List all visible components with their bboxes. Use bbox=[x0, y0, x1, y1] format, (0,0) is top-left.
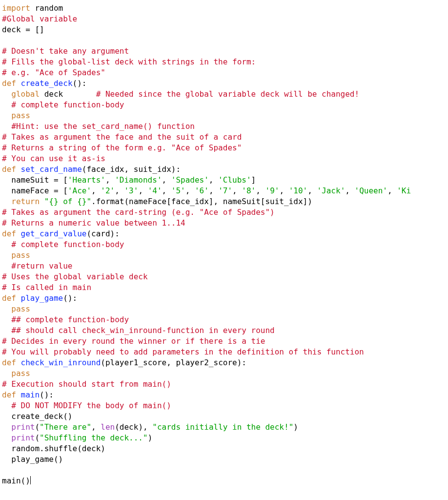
code-token: deck = [] bbox=[2, 25, 44, 34]
code-line[interactable]: # You can use it as-is bbox=[2, 154, 105, 163]
code-token: 'Ace' bbox=[68, 186, 91, 195]
code-token: pass bbox=[11, 304, 30, 313]
code-line[interactable]: # Returns a numeric value between 1..14 bbox=[2, 218, 185, 228]
code-line[interactable]: import random bbox=[2, 3, 63, 13]
code-line[interactable]: global deck # Needed since the global va… bbox=[2, 89, 359, 99]
code-token bbox=[2, 401, 11, 410]
code-token: , bbox=[105, 175, 115, 185]
code-line[interactable]: # Execution should start from main() bbox=[2, 379, 171, 389]
code-line[interactable]: print("There are", len(deck), "cards ini… bbox=[2, 422, 298, 432]
code-line[interactable]: deck = [] bbox=[2, 25, 44, 34]
code-token: nameSuit = [ bbox=[2, 175, 68, 185]
code-line[interactable]: main() bbox=[2, 476, 31, 485]
code-token: #return value bbox=[11, 261, 72, 271]
code-token bbox=[2, 100, 11, 109]
code-token: def bbox=[2, 79, 16, 88]
code-line[interactable]: return "{} of {}".format(nameFace[face_i… bbox=[2, 197, 312, 206]
code-token: , bbox=[115, 186, 124, 195]
code-token: , bbox=[232, 186, 242, 195]
code-token: def bbox=[2, 229, 16, 238]
code-line[interactable]: ## complete function-body bbox=[2, 315, 129, 324]
code-token: , bbox=[138, 186, 147, 195]
code-token: ] bbox=[251, 175, 256, 185]
code-token: pass bbox=[11, 250, 30, 260]
code-token: len bbox=[101, 422, 115, 432]
code-token: , bbox=[91, 422, 101, 432]
code-token: ( bbox=[35, 422, 40, 432]
code-token: nameFace = [ bbox=[2, 186, 68, 195]
code-editor[interactable]: import random #Global variable deck = []… bbox=[0, 0, 448, 489]
code-line[interactable]: # Is called in main bbox=[2, 283, 91, 292]
code-line[interactable]: def main(): bbox=[2, 390, 54, 399]
code-line[interactable]: #return value bbox=[2, 261, 73, 271]
code-token: # Returns a numeric value between 1..14 bbox=[2, 218, 185, 228]
code-token: , bbox=[387, 186, 397, 195]
code-line[interactable]: print("Shuffling the deck...") bbox=[2, 433, 152, 442]
code-line[interactable]: # Fills the global-list deck with string… bbox=[2, 57, 256, 66]
code-line[interactable]: # You will probably need to add paramete… bbox=[2, 347, 364, 356]
code-token: random bbox=[30, 3, 63, 13]
code-token bbox=[2, 89, 11, 99]
code-line[interactable]: # Takes as argument the face and the sui… bbox=[2, 132, 242, 142]
code-token: check_win_inround bbox=[21, 358, 101, 367]
code-line[interactable]: def create_deck(): bbox=[2, 79, 86, 88]
code-token bbox=[2, 122, 11, 131]
code-token bbox=[2, 369, 11, 378]
code-token: # Takes as argument the card-string (e.g… bbox=[2, 208, 275, 217]
code-token: (): bbox=[73, 79, 87, 88]
code-token: "{} of {}" bbox=[44, 197, 91, 206]
code-token: import bbox=[2, 3, 30, 13]
code-line[interactable]: def play_game(): bbox=[2, 293, 77, 303]
code-token: # You will probably need to add paramete… bbox=[2, 347, 364, 356]
code-line[interactable]: # Uses the global variable deck bbox=[2, 272, 148, 281]
code-line[interactable]: #Global variable bbox=[2, 14, 77, 23]
code-token: play_game() bbox=[2, 455, 63, 464]
code-token bbox=[2, 326, 11, 335]
code-line[interactable]: random.shuffle(deck) bbox=[2, 444, 105, 453]
code-token: # You can use it as-is bbox=[2, 154, 105, 163]
code-line[interactable]: # Returns a string of the form e.g. "Ace… bbox=[2, 143, 242, 152]
code-token: ( bbox=[35, 433, 40, 442]
code-token: '8' bbox=[242, 186, 256, 195]
code-token bbox=[16, 165, 21, 174]
code-token: , bbox=[307, 186, 317, 195]
code-token: (): bbox=[63, 293, 77, 303]
code-line[interactable]: # complete function-body bbox=[2, 100, 124, 109]
code-line[interactable]: create_deck() bbox=[2, 412, 73, 421]
code-line[interactable]: pass bbox=[2, 369, 30, 378]
code-token: def bbox=[2, 358, 16, 367]
code-token: '5' bbox=[171, 186, 185, 195]
code-token: get_card_value bbox=[21, 229, 87, 238]
code-token: create_deck() bbox=[2, 412, 73, 421]
code-token: , bbox=[209, 186, 218, 195]
code-token bbox=[16, 358, 21, 367]
code-line[interactable]: # Takes as argument the card-string (e.g… bbox=[2, 208, 275, 217]
code-token bbox=[2, 240, 11, 249]
code-line[interactable]: ## should call check_win_inround-functio… bbox=[2, 326, 275, 335]
code-line[interactable]: # e.g. "Ace of Spades" bbox=[2, 68, 105, 77]
code-token: # DO NOT MODIFY the body of main() bbox=[11, 401, 171, 410]
code-line[interactable]: # Decides in every round the winner or i… bbox=[2, 336, 265, 346]
code-token: (face_idx, suit_idx): bbox=[82, 165, 181, 174]
code-line[interactable]: # Doesn't take any argument bbox=[2, 46, 129, 56]
code-token bbox=[2, 304, 11, 313]
code-line[interactable]: def set_card_name(face_idx, suit_idx): bbox=[2, 165, 181, 174]
code-line[interactable]: pass bbox=[2, 304, 30, 313]
code-line[interactable]: pass bbox=[2, 250, 30, 260]
code-line[interactable]: play_game() bbox=[2, 455, 63, 464]
code-line[interactable]: # complete function-body bbox=[2, 240, 124, 249]
code-line[interactable]: #Hint: use the set_card_name() function bbox=[2, 122, 195, 131]
code-token: # Is called in main bbox=[2, 283, 91, 292]
code-token: 'Diamonds' bbox=[115, 175, 162, 185]
code-token: main bbox=[21, 390, 40, 399]
code-token: ) bbox=[148, 433, 153, 442]
code-line[interactable]: def get_card_value(card): bbox=[2, 229, 120, 238]
code-line[interactable]: nameSuit = ['Hearts', 'Diamonds', 'Spade… bbox=[2, 175, 256, 185]
code-line[interactable]: # DO NOT MODIFY the body of main() bbox=[2, 401, 171, 410]
code-token bbox=[2, 111, 11, 120]
code-line[interactable]: nameFace = ['Ace', '2', '3', '4', '5', '… bbox=[2, 186, 411, 195]
code-token: (player1_score, player2_score): bbox=[101, 358, 246, 367]
code-line[interactable]: pass bbox=[2, 111, 30, 120]
code-token: return bbox=[11, 197, 40, 206]
code-line[interactable]: def check_win_inround(player1_score, pla… bbox=[2, 358, 246, 367]
